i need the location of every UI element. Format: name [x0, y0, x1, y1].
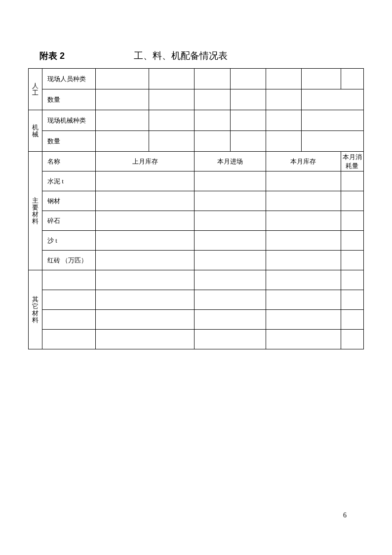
cell-empty [341, 231, 363, 251]
section-machine: 机械 [29, 110, 42, 152]
cell-empty [266, 211, 341, 231]
row-personnel-type: 现场人员种类 [42, 69, 96, 89]
cell-empty [149, 69, 195, 89]
col-this-month-stock: 本月库存 [266, 152, 341, 171]
page-number: 6 [343, 512, 347, 519]
cell-empty [301, 131, 363, 152]
cell-empty [96, 270, 195, 290]
cell-empty [96, 110, 149, 131]
cell-empty [195, 211, 266, 231]
cell-empty [301, 89, 363, 110]
row-other-3 [42, 310, 96, 330]
col-material-name: 名称 [42, 152, 96, 171]
cell-empty [341, 270, 363, 290]
cell-empty [195, 171, 266, 191]
cell-empty [195, 69, 230, 89]
page-header: 附表 2 工、料、机配备情况表 [27, 49, 365, 62]
cell-empty [341, 251, 363, 270]
cell-empty [96, 251, 195, 270]
row-other-1 [42, 270, 96, 290]
cell-empty [96, 131, 149, 152]
row-brick: 红砖 （万匹） [42, 251, 96, 270]
page-title: 工、料、机配备情况表 [134, 49, 228, 62]
cell-empty [266, 171, 341, 191]
cell-empty [266, 231, 341, 251]
cell-empty [96, 211, 195, 231]
cell-empty [230, 89, 266, 110]
cell-empty [341, 330, 363, 349]
cell-empty [195, 191, 266, 211]
col-this-month-consumed: 本月消耗量 [341, 152, 363, 171]
cell-empty [195, 89, 230, 110]
cell-empty [149, 89, 195, 110]
section-other-material: 其它材料 [29, 270, 42, 349]
cell-empty [96, 69, 149, 89]
cell-empty [266, 310, 341, 330]
cell-empty [341, 69, 363, 89]
cell-empty [195, 110, 230, 131]
cell-empty [149, 110, 195, 131]
cell-empty [341, 191, 363, 211]
appendix-label: 附表 2 [39, 50, 65, 62]
row-cement: 水泥 t [42, 171, 96, 191]
cell-empty [266, 251, 341, 270]
cell-empty [96, 89, 149, 110]
cell-empty [266, 191, 341, 211]
cell-empty [266, 89, 301, 110]
col-last-month-stock: 上月库存 [96, 152, 195, 171]
row-machine-type: 现场机械种类 [42, 110, 96, 131]
cell-empty [230, 131, 266, 152]
cell-empty [96, 191, 195, 211]
cell-empty [266, 290, 341, 310]
cell-empty [341, 211, 363, 231]
cell-empty [301, 69, 341, 89]
cell-empty [341, 171, 363, 191]
row-personnel-qty: 数量 [42, 89, 96, 110]
section-main-material: 主要材料 [29, 152, 42, 270]
allocation-table: 人工 现场人员种类 数量 机械 现场机械种类 [28, 68, 364, 349]
row-sand: 沙 t [42, 231, 96, 251]
cell-empty [266, 110, 301, 131]
cell-empty [96, 231, 195, 251]
cell-empty [195, 270, 266, 290]
cell-empty [195, 290, 266, 310]
row-steel: 钢材 [42, 191, 96, 211]
cell-empty [96, 290, 195, 310]
col-this-month-in: 本月进场 [195, 152, 266, 171]
cell-empty [266, 131, 301, 152]
cell-empty [96, 310, 195, 330]
cell-empty [96, 330, 195, 349]
cell-empty [266, 270, 341, 290]
cell-empty [96, 171, 195, 191]
section-personnel: 人工 [29, 69, 42, 110]
cell-empty [266, 330, 341, 349]
cell-empty [195, 231, 266, 251]
cell-empty [230, 69, 266, 89]
row-gravel: 碎石 [42, 211, 96, 231]
cell-empty [230, 110, 266, 131]
cell-empty [301, 110, 363, 131]
row-machine-qty: 数量 [42, 131, 96, 152]
cell-empty [341, 310, 363, 330]
row-other-4 [42, 330, 96, 349]
cell-empty [195, 310, 266, 330]
cell-empty [195, 330, 266, 349]
row-other-2 [42, 290, 96, 310]
cell-empty [195, 251, 266, 270]
cell-empty [341, 290, 363, 310]
cell-empty [195, 131, 230, 152]
cell-empty [266, 69, 301, 89]
cell-empty [149, 131, 195, 152]
